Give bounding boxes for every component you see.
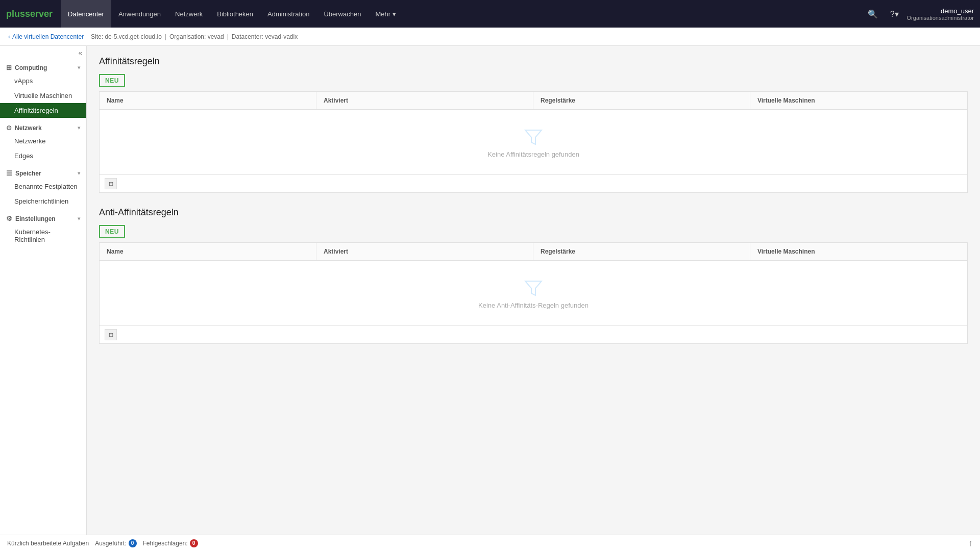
sidebar-item-virtuelle-maschinen[interactable]: Virtuelle Maschinen — [0, 88, 86, 103]
sidebar-section-speicher: ☰ Speicher ▾ Benannte Festplatten Speich… — [0, 165, 86, 209]
sidebar-section-netzwerk: ⊙ Netzwerk ▾ Netzwerke Edges — [0, 120, 86, 163]
nav-item-administration[interactable]: Administration — [260, 0, 316, 28]
anti-affinity-empty-text: Keine Anti-Affinitäts-Regeln gefunden — [478, 302, 589, 309]
user-name: demo_user — [941, 7, 974, 15]
computing-chevron-icon: ▾ — [78, 65, 80, 70]
sidebar-section-einstellungen: ⚙ Einstellungen ▾ Kubernetes-Richtlinien — [0, 211, 86, 247]
failed-badge: Fehlgeschlagen: 0 — [143, 539, 198, 547]
anti-affinity-table-footer: ⊟ — [100, 325, 967, 343]
scroll-top-button[interactable]: ↑ — [968, 538, 973, 548]
anti-affinity-col-aktiviert: Aktiviert — [316, 243, 533, 260]
computing-icon: ⊞ — [6, 64, 12, 71]
affinity-filter-icon — [523, 126, 544, 146]
speicher-label: Speicher — [15, 170, 41, 177]
affinity-page-btn[interactable]: ⊟ — [105, 178, 117, 189]
sidebar-section-header-netzwerk[interactable]: ⊙ Netzwerk ▾ — [0, 120, 86, 134]
speicher-icon: ☰ — [6, 169, 12, 177]
back-arrow-icon: ‹ — [8, 33, 10, 40]
sidebar-section-computing: ⊞ Computing ▾ vApps Virtuelle Maschinen … — [0, 60, 86, 118]
sidebar-item-kubernetes-richtlinien[interactable]: Kubernetes-Richtlinien — [0, 224, 86, 247]
svg-marker-0 — [525, 130, 542, 144]
anti-affinity-page-btn[interactable]: ⊟ — [105, 329, 117, 340]
affinity-new-button[interactable]: NEU — [99, 74, 125, 87]
breadcrumb-sep-2: | — [227, 33, 229, 40]
einstellungen-icon: ⚙ — [6, 215, 12, 222]
logo[interactable]: plusserver — [6, 9, 53, 19]
affinity-col-vms: Virtuelle Maschinen — [750, 92, 967, 109]
affinity-empty-text: Keine Affinitätsregeln gefunden — [487, 151, 579, 158]
anti-affinity-table-header: Name Aktiviert Regelstärke Virtuelle Mas… — [100, 243, 967, 261]
back-label: Alle virtuellen Datencenter — [12, 33, 84, 40]
affinity-col-name: Name — [100, 92, 316, 109]
affinity-col-aktiviert: Aktiviert — [316, 92, 533, 109]
anti-affinity-section: Anti-Affinitätsregeln NEU Name Aktiviert… — [99, 207, 968, 344]
help-button[interactable]: ?▾ — [886, 7, 903, 21]
logo-text: plus — [6, 9, 25, 19]
breadcrumb-bar: ‹ Alle virtuellen Datencenter Site: de-5… — [0, 28, 980, 46]
user-role: Organisationsadministrator — [907, 15, 974, 21]
anti-affinity-table: Name Aktiviert Regelstärke Virtuelle Mas… — [99, 242, 968, 344]
chevron-down-icon: ▾ — [393, 10, 396, 18]
einstellungen-chevron-icon: ▾ — [78, 216, 80, 221]
anti-affinity-col-name: Name — [100, 243, 316, 260]
affinity-title: Affinitätsregeln — [99, 56, 968, 67]
status-bar: Kürzlich bearbeitete Aufgaben Ausgeführt… — [0, 535, 980, 551]
nav-item-anwendungen[interactable]: Anwendungen — [111, 0, 168, 28]
nav-item-bibliotheken[interactable]: Bibliotheken — [210, 0, 260, 28]
affinity-col-regelstarke: Regelstärke — [533, 92, 750, 109]
anti-affinity-col-vms: Virtuelle Maschinen — [750, 243, 967, 260]
nav-item-uberwachen[interactable]: Überwachen — [316, 0, 368, 28]
nav-item-mehr[interactable]: Mehr ▾ — [368, 0, 403, 28]
netzwerk-icon: ⊙ — [6, 124, 12, 132]
back-button[interactable]: ‹ Alle virtuellen Datencenter — [8, 33, 84, 40]
affinity-section: Affinitätsregeln NEU Name Aktiviert Rege… — [99, 56, 968, 193]
anti-affinity-empty-state: Keine Anti-Affinitäts-Regeln gefunden — [100, 261, 967, 325]
breadcrumb-datacenter: Datacenter: vevad-vadix — [232, 33, 298, 40]
sidebar-section-header-computing[interactable]: ⊞ Computing ▾ — [0, 60, 86, 73]
affinity-empty-state: Keine Affinitätsregeln gefunden — [100, 110, 967, 174]
user-menu[interactable]: demo_user Organisationsadministrator — [907, 7, 974, 21]
failed-label: Fehlgeschlagen: — [143, 540, 188, 547]
anti-affinity-new-button[interactable]: NEU — [99, 225, 125, 238]
sidebar-item-netzwerke[interactable]: Netzwerke — [0, 134, 86, 148]
top-navigation: plusserver Datencenter Anwendungen Netzw… — [0, 0, 980, 28]
breadcrumb-site: Site: de-5.vcd.get-cloud.io — [91, 33, 162, 40]
speicher-chevron-icon: ▾ — [78, 170, 80, 176]
sidebar-section-header-speicher[interactable]: ☰ Speicher ▾ — [0, 165, 86, 179]
svg-marker-1 — [525, 281, 542, 295]
affinity-table: Name Aktiviert Regelstärke Virtuelle Mas… — [99, 91, 968, 193]
nav-item-datencenter[interactable]: Datencenter — [61, 0, 111, 28]
breadcrumb-organisation: Organisation: vevad — [169, 33, 224, 40]
sidebar-item-vapps[interactable]: vApps — [0, 73, 86, 88]
main-content: Affinitätsregeln NEU Name Aktiviert Rege… — [87, 46, 980, 535]
logo-accent: server — [25, 9, 53, 19]
main-layout: « ⊞ Computing ▾ vApps Virtuelle Maschine… — [0, 46, 980, 535]
sidebar-item-affinitatsregeln[interactable]: Affinitätsregeln — [0, 103, 86, 118]
sidebar-collapse-button[interactable]: « — [0, 46, 86, 60]
nav-item-netzwerk[interactable]: Netzwerk — [168, 0, 210, 28]
sidebar-section-header-einstellungen[interactable]: ⚙ Einstellungen ▾ — [0, 211, 86, 224]
sidebar-item-benannte-festplatten[interactable]: Benannte Festplatten — [0, 179, 86, 194]
status-label: Kürzlich bearbeitete Aufgaben — [7, 540, 89, 547]
computing-label: Computing — [15, 64, 47, 71]
anti-affinity-col-regelstarke: Regelstärke — [533, 243, 750, 260]
breadcrumb-sep-1: | — [165, 33, 166, 40]
affinity-table-footer: ⊟ — [100, 174, 967, 192]
mehr-label: Mehr — [375, 10, 390, 18]
affinity-table-header: Name Aktiviert Regelstärke Virtuelle Mas… — [100, 92, 967, 110]
anti-affinity-filter-icon — [523, 277, 544, 297]
anti-affinity-title: Anti-Affinitätsregeln — [99, 207, 968, 218]
failed-count: 0 — [190, 539, 198, 547]
sidebar-item-edges[interactable]: Edges — [0, 148, 86, 163]
netzwerk-label: Netzwerk — [15, 124, 42, 132]
sidebar-item-speicherrichtlinien[interactable]: Speicherrichtlinien — [0, 194, 86, 209]
einstellungen-label: Einstellungen — [15, 215, 56, 222]
executed-count: 0 — [129, 539, 137, 547]
netzwerk-chevron-icon: ▾ — [78, 125, 80, 131]
executed-label: Ausgeführt: — [95, 540, 126, 547]
nav-items: Datencenter Anwendungen Netzwerk Bibliot… — [61, 0, 864, 28]
executed-badge: Ausgeführt: 0 — [95, 539, 136, 547]
nav-right: 🔍 ?▾ demo_user Organisationsadministrato… — [864, 7, 974, 21]
sidebar: « ⊞ Computing ▾ vApps Virtuelle Maschine… — [0, 46, 87, 535]
search-button[interactable]: 🔍 — [864, 7, 882, 21]
